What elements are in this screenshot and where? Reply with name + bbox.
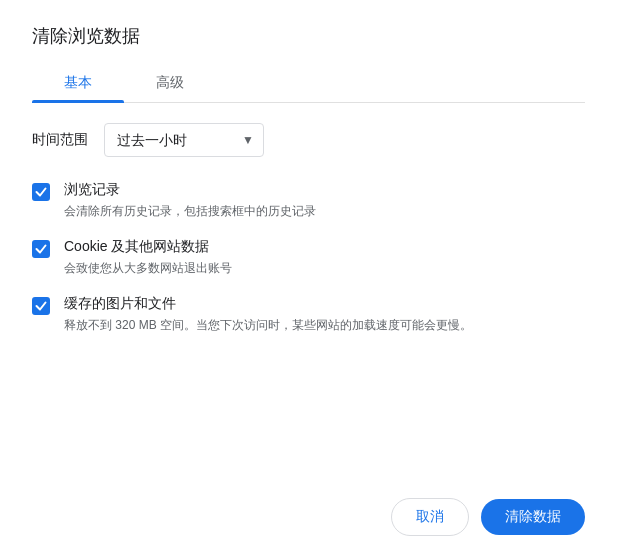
checkbox-history-text: 浏览记录 会清除所有历史记录，包括搜索框中的历史记录 [64,181,316,220]
checkmark-icon [35,300,47,312]
tabs-bar: 基本 高级 [32,64,585,103]
checkbox-cache-desc: 释放不到 320 MB 空间。当您下次访问时，某些网站的加载速度可能会更慢。 [64,316,472,334]
checkbox-cache-text: 缓存的图片和文件 释放不到 320 MB 空间。当您下次访问时，某些网站的加载速… [64,295,472,334]
checkmark-icon [35,243,47,255]
checkbox-item-cookies: Cookie 及其他网站数据 会致使您从大多数网站退出账号 [32,238,585,277]
time-range-label: 时间范围 [32,131,88,149]
tab-basic[interactable]: 基本 [32,64,124,102]
checkbox-cache[interactable] [32,297,50,315]
clear-browsing-dialog: 清除浏览数据 基本 高级 时间范围 过去一小时 过去24小时 过去7天 过去4周… [0,0,617,560]
checkbox-cookies-text: Cookie 及其他网站数据 会致使您从大多数网站退出账号 [64,238,232,277]
clear-data-button[interactable]: 清除数据 [481,499,585,535]
checkbox-history-title: 浏览记录 [64,181,316,199]
checkbox-cache-title: 缓存的图片和文件 [64,295,472,313]
tab-advanced[interactable]: 高级 [124,64,216,102]
checkbox-history-desc: 会清除所有历史记录，包括搜索框中的历史记录 [64,202,316,220]
checkbox-list: 浏览记录 会清除所有历史记录，包括搜索框中的历史记录 Cookie 及其他网站数… [32,181,585,466]
cancel-button[interactable]: 取消 [391,498,469,536]
checkbox-cookies-desc: 会致使您从大多数网站退出账号 [64,259,232,277]
time-range-row: 时间范围 过去一小时 过去24小时 过去7天 过去4周 全部时间 ▼ [32,123,585,157]
checkbox-cookies[interactable] [32,240,50,258]
time-range-select-wrapper: 过去一小时 过去24小时 过去7天 过去4周 全部时间 ▼ [104,123,264,157]
checkbox-history[interactable] [32,183,50,201]
checkbox-item-cache: 缓存的图片和文件 释放不到 320 MB 空间。当您下次访问时，某些网站的加载速… [32,295,585,334]
time-range-select[interactable]: 过去一小时 过去24小时 过去7天 过去4周 全部时间 [104,123,264,157]
dialog-footer: 取消 清除数据 [32,490,585,536]
checkbox-cookies-title: Cookie 及其他网站数据 [64,238,232,256]
checkbox-item-history: 浏览记录 会清除所有历史记录，包括搜索框中的历史记录 [32,181,585,220]
dialog-title: 清除浏览数据 [32,24,585,48]
checkmark-icon [35,186,47,198]
